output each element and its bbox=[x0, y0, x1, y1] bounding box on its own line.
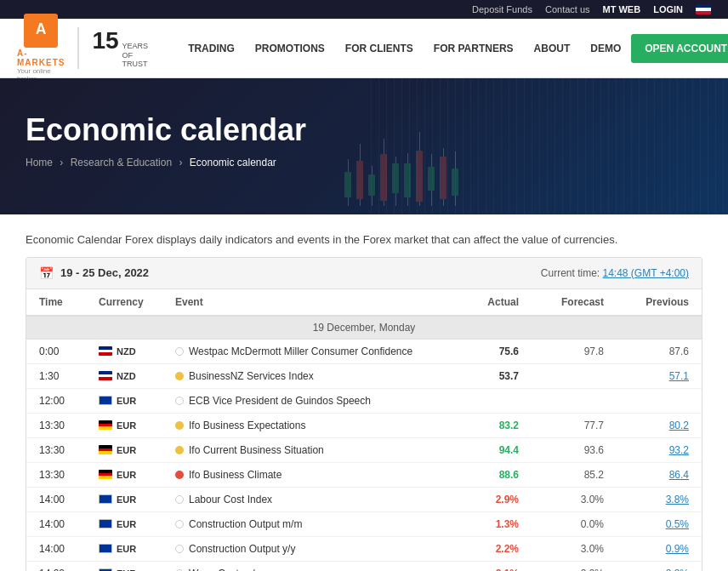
row-forecast: 77.7 bbox=[519, 420, 604, 431]
th-currency: Currency bbox=[99, 296, 175, 308]
row-actual: 83.2 bbox=[417, 420, 519, 431]
currency-code: NZD bbox=[117, 371, 136, 381]
event-name: Ifo Business Expectations bbox=[189, 420, 305, 431]
breadcrumb-research[interactable]: Research & Education bbox=[71, 157, 172, 168]
table-header: Time Currency Event Actual Forecast Prev… bbox=[26, 289, 702, 317]
event-name: Westpac McDermott Miller Consumer Confid… bbox=[189, 345, 412, 357]
row-event: Construction Output y/y bbox=[175, 543, 417, 555]
row-actual: 94.4 bbox=[417, 444, 519, 456]
row-time: 0:00 bbox=[39, 345, 99, 357]
row-time: 13:30 bbox=[39, 469, 99, 481]
logo-name: A-MARKETS bbox=[17, 49, 65, 67]
event-name: Wage Costs y/y bbox=[189, 568, 260, 572]
th-actual: Actual bbox=[417, 296, 519, 308]
table-row: 0:00 NZD Westpac McDermott Miller Consum… bbox=[26, 340, 702, 364]
current-time-display: Current time: 14:48 (GMT +4:00) bbox=[541, 267, 689, 279]
currency-code: EUR bbox=[117, 544, 136, 554]
impact-indicator bbox=[175, 520, 184, 528]
row-currency: EUR bbox=[99, 445, 175, 455]
row-event: Ifo Business Climate bbox=[175, 469, 417, 481]
th-previous: Previous bbox=[604, 296, 689, 308]
nav-for-partners[interactable]: FOR PARTNERS bbox=[424, 36, 524, 61]
th-time: Time bbox=[39, 296, 99, 308]
row-previous[interactable]: 86.4 bbox=[604, 469, 689, 481]
row-event: ECB Vice President de Guindos Speech bbox=[175, 395, 417, 407]
row-event: Wage Costs y/y bbox=[175, 568, 417, 572]
deposit-link[interactable]: Deposit Funds bbox=[472, 4, 532, 14]
event-name: BusinessNZ Services Index bbox=[189, 370, 314, 382]
nav-about[interactable]: ABOUT bbox=[524, 36, 581, 61]
years-badge: 15 YEARS OF TRUST bbox=[77, 27, 148, 69]
currency-flag-icon bbox=[99, 346, 112, 356]
table-row: 14:00 EUR Wage Costs y/y 2.1% 2.9% 3.2% bbox=[26, 562, 702, 572]
table-row: 14:00 EUR Labour Cost Index 2.9% 3.0% 3.… bbox=[26, 488, 702, 512]
row-currency: NZD bbox=[99, 371, 175, 381]
row-forecast: 3.0% bbox=[519, 543, 604, 555]
currency-flag-icon bbox=[99, 544, 112, 553]
row-time: 13:30 bbox=[39, 444, 99, 456]
row-currency: NZD bbox=[99, 346, 175, 357]
open-account-button[interactable]: OPEN ACCOUNT bbox=[631, 34, 728, 63]
row-forecast: 97.8 bbox=[519, 345, 604, 357]
event-name: ECB Vice President de Guindos Speech bbox=[189, 395, 371, 407]
row-currency: EUR bbox=[99, 568, 175, 572]
row-previous[interactable]: 80.2 bbox=[604, 420, 689, 431]
calendar-table-body: 19 December, Monday 0:00 NZD Westpac McD… bbox=[26, 317, 702, 572]
event-name: Ifo Current Business Situation bbox=[189, 444, 324, 456]
row-previous[interactable]: 57.1 bbox=[604, 370, 689, 382]
breadcrumb: Home › Research & Education › Economic c… bbox=[26, 157, 702, 168]
current-time-link[interactable]: 14:48 (GMT +4:00) bbox=[603, 267, 690, 279]
years-number: 15 bbox=[92, 27, 118, 54]
nav-for-clients[interactable]: FOR CLIENTS bbox=[335, 36, 424, 61]
nav-promotions[interactable]: PROMOTIONS bbox=[245, 36, 335, 61]
row-actual: 53.7 bbox=[417, 370, 519, 382]
row-event: Labour Cost Index bbox=[175, 494, 417, 505]
currency-flag-icon bbox=[99, 470, 112, 479]
row-actual: 2.2% bbox=[417, 543, 519, 555]
event-name: Construction Output y/y bbox=[189, 543, 295, 555]
row-previous: 87.6 bbox=[604, 345, 689, 357]
th-event: Event bbox=[175, 296, 417, 308]
th-forecast: Forecast bbox=[519, 296, 604, 308]
row-forecast: 93.6 bbox=[519, 444, 604, 456]
breadcrumb-current: Economic calendar bbox=[190, 157, 276, 168]
row-previous[interactable]: 0.9% bbox=[604, 543, 689, 555]
table-row: 13:30 EUR Ifo Business Expectations 83.2… bbox=[26, 414, 702, 438]
event-name: Labour Cost Index bbox=[189, 494, 272, 505]
row-previous[interactable]: 3.2% bbox=[604, 568, 689, 572]
table-row: 14:00 EUR Construction Output y/y 2.2% 3… bbox=[26, 537, 702, 562]
currency-code: EUR bbox=[117, 519, 136, 529]
impact-indicator bbox=[175, 545, 184, 553]
table-row: 1:30 NZD BusinessNZ Services Index 53.7 … bbox=[26, 364, 702, 389]
breadcrumb-home[interactable]: Home bbox=[26, 157, 53, 168]
event-name: Ifo Business Climate bbox=[189, 469, 282, 481]
date-range-picker[interactable]: 📅 19 - 25 Dec, 2022 bbox=[39, 266, 149, 280]
row-time: 12:00 bbox=[39, 395, 99, 407]
event-name: Construction Output m/m bbox=[189, 518, 302, 530]
impact-indicator bbox=[175, 471, 184, 479]
row-currency: EUR bbox=[99, 470, 175, 480]
nav-demo[interactable]: DEMO bbox=[580, 36, 631, 61]
language-flag-icon[interactable] bbox=[696, 4, 711, 14]
logo[interactable]: A A-MARKETS Your online broker bbox=[17, 14, 65, 83]
row-currency: EUR bbox=[99, 519, 175, 529]
nav-trading[interactable]: TRADING bbox=[178, 36, 245, 61]
row-previous[interactable]: 3.8% bbox=[604, 494, 689, 505]
hero-banner: Economic calendar Home › Research & Educ… bbox=[0, 78, 728, 214]
page-description: Economic Calendar Forex displays daily i… bbox=[0, 214, 728, 257]
currency-flag-icon bbox=[99, 396, 112, 405]
login-button[interactable]: LOGIN bbox=[653, 4, 683, 14]
row-previous[interactable]: 0.5% bbox=[604, 518, 689, 530]
row-actual: 88.6 bbox=[417, 469, 519, 481]
currency-code: EUR bbox=[117, 568, 136, 572]
row-actual: 1.3% bbox=[417, 518, 519, 530]
row-time: 14:00 bbox=[39, 494, 99, 505]
row-time: 1:30 bbox=[39, 370, 99, 382]
nav-links: TRADING PROMOTIONS FOR CLIENTS FOR PARTN… bbox=[178, 36, 631, 61]
currency-flag-icon bbox=[99, 371, 112, 380]
table-row: 13:30 EUR Ifo Business Climate 88.6 85.2… bbox=[26, 463, 702, 488]
row-actual: 75.6 bbox=[417, 345, 519, 357]
mtweb-link[interactable]: MT WEB bbox=[603, 4, 641, 14]
contact-link[interactable]: Contact us bbox=[545, 4, 590, 14]
row-previous[interactable]: 93.2 bbox=[604, 444, 689, 456]
